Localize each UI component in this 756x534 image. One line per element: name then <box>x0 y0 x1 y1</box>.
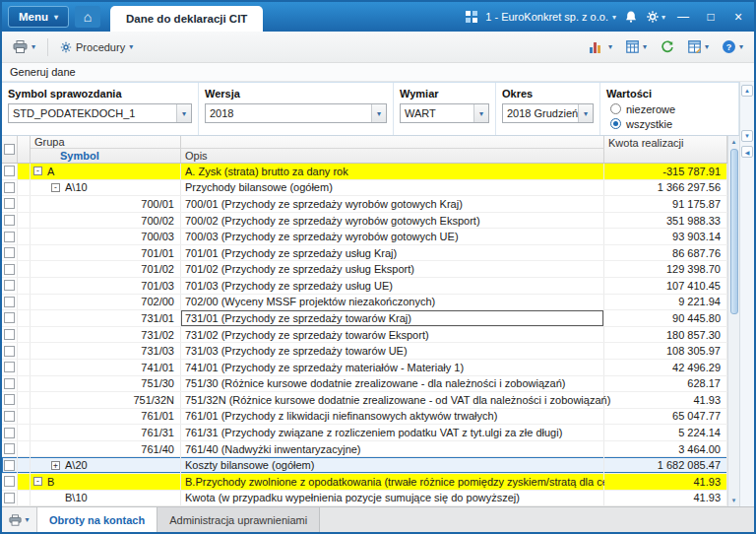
row-checkbox[interactable] <box>4 493 15 503</box>
wersja-select[interactable]: 2018 ▾ <box>205 103 387 123</box>
table-view-button[interactable]: ▾ <box>621 37 652 56</box>
row-checkbox[interactable] <box>4 378 15 389</box>
table-row[interactable]: 761/40761/40 (Nadwyżki inwentaryzacyjne)… <box>2 441 727 458</box>
minimize-button[interactable]: — <box>673 7 693 27</box>
table-row[interactable]: 700/02700/02 (Przychody ze sprzedaży wyr… <box>2 213 727 230</box>
close-button[interactable]: × <box>728 7 748 27</box>
bar-chart-icon <box>590 41 604 53</box>
company-selector[interactable]: 1 - EuroKonkret sp. z o.o. ▾ <box>485 11 616 23</box>
table-row[interactable]: 761/01761/01 (Przychody z likwidacji nie… <box>2 409 727 426</box>
row-checkbox[interactable] <box>4 297 15 307</box>
select-all-checkbox[interactable] <box>4 144 15 155</box>
row-checkbox[interactable] <box>4 362 15 372</box>
apps-grid-dot <box>472 11 477 16</box>
row-checkbox[interactable] <box>4 215 15 226</box>
table-row[interactable]: -A\10Przychody bilansowe (ogółem)1 366 2… <box>2 180 727 197</box>
bottom-tab-bar: ▾ Obroty na kontach Administracja uprawn… <box>2 506 754 532</box>
row-checkbox[interactable] <box>4 198 15 209</box>
table-row[interactable]: 751/30751/30 (Różnice kursowe dodatnie z… <box>2 376 727 393</box>
expand-toggle-icon[interactable]: + <box>51 461 60 470</box>
dropdown-button[interactable]: ▾ <box>473 104 488 122</box>
row-checkbox[interactable] <box>4 443 15 454</box>
row-checkbox[interactable] <box>4 346 15 357</box>
table-row[interactable]: 701/01701/01 (Przychody ze sprzedaży usł… <box>2 245 727 262</box>
row-checkbox[interactable] <box>4 312 15 323</box>
row-checkbox[interactable] <box>4 411 15 422</box>
row-color-marker <box>18 474 31 490</box>
generuj-dane-button[interactable]: Generuj dane <box>10 66 76 78</box>
tab-dane-do-deklaracji-cit[interactable]: Dane do deklaracji CIT <box>110 6 263 32</box>
print-button[interactable]: ▾ <box>8 37 40 56</box>
chart-view-button[interactable]: ▾ <box>585 38 617 56</box>
procedury-button[interactable]: Procedury ▾ <box>55 38 138 56</box>
table-row[interactable]: 701/02701/02 (Przychody ze sprzedaży usł… <box>2 261 727 278</box>
column-header-kwota-realizacji[interactable]: Kwota realizacji <box>604 136 727 163</box>
kwota-cell: 41.93 <box>604 474 727 490</box>
row-checkbox[interactable] <box>4 476 15 487</box>
table-row[interactable]: 741/01741/01 (Przychody ze sprzedaży mat… <box>2 360 727 376</box>
column-band-grupa[interactable]: Grupa <box>31 136 181 149</box>
collapse-toggle-icon[interactable]: - <box>33 167 42 175</box>
dropdown-button[interactable]: ▾ <box>578 104 593 122</box>
row-checkbox[interactable] <box>4 428 15 438</box>
vertical-scrollbar[interactable]: ▲ ▼ <box>727 136 739 506</box>
table-row[interactable]: 731/02731/02 (Przychody ze sprzedaży tow… <box>2 327 727 344</box>
row-checkbox[interactable] <box>4 460 15 471</box>
table-row[interactable]: 761/31761/31 (Przychody związane z rozli… <box>2 425 727 441</box>
menu-button[interactable]: Menu ▾ <box>8 6 69 28</box>
table-row[interactable]: +A\20Koszty bilansowe (ogółem)1 682 085.… <box>2 457 727 474</box>
collapse-left-button[interactable]: ◀ <box>741 146 753 158</box>
table-row[interactable]: B\10Kwota (w przypadku wypełnienia pozyc… <box>2 491 727 507</box>
wymiar-select[interactable]: WART ▾ <box>400 103 489 123</box>
row-checkbox[interactable] <box>4 166 15 176</box>
notifications-button[interactable] <box>624 10 638 24</box>
table-row[interactable]: -AA. Zysk (strata) brutto za dany rok-31… <box>2 164 727 180</box>
row-checkbox[interactable] <box>4 280 15 291</box>
row-checkbox[interactable] <box>4 247 15 258</box>
table-row[interactable]: 731/01731/01 (Przychody ze sprzedaży tow… <box>2 310 727 327</box>
dropdown-button[interactable]: ▾ <box>176 104 191 122</box>
home-button[interactable]: ⌂ <box>75 6 100 28</box>
row-checkbox[interactable] <box>4 264 15 275</box>
okres-select[interactable]: 2018 Grudzień ▾ <box>502 103 594 123</box>
export-view-button[interactable]: ▾ <box>2 507 37 532</box>
scrollbar-thumb[interactable] <box>730 149 738 314</box>
opis-cell: 700/01 (Przychody ze sprzedaży wyrobów g… <box>181 196 604 212</box>
collapse-toggle-icon[interactable]: - <box>33 477 42 486</box>
settings-button[interactable]: ▾ <box>646 10 665 24</box>
table-row[interactable]: 702/00702/00 (Wyceny MSSF projektów niez… <box>2 295 727 311</box>
radio-niezerowe[interactable]: niezerowe <box>606 101 732 116</box>
table-row[interactable]: 701/03701/03 (Przychody ze sprzedaży usł… <box>2 278 727 295</box>
symbol-sprawozdania-select[interactable]: STD_PODATEKDOCH_1 ▾ <box>8 103 192 123</box>
marker-column-header <box>18 136 31 163</box>
column-header-symbol[interactable]: Symbol <box>31 149 181 163</box>
tab-obroty-na-kontach[interactable]: Obroty na kontach <box>37 507 158 532</box>
row-checkbox[interactable] <box>4 232 15 242</box>
collapse-toggle-icon[interactable]: - <box>51 183 60 192</box>
kwota-cell: 91 175.87 <box>604 196 727 212</box>
table-row[interactable]: 751/32N751/32N (Różnice kursowe dodatnie… <box>2 392 727 409</box>
row-checkbox[interactable] <box>4 182 15 193</box>
scroll-up-icon[interactable]: ▲ <box>731 137 737 147</box>
column-header-opis[interactable]: Opis <box>181 149 604 163</box>
table-row[interactable]: 700/01700/01 (Przychody ze sprzedaży wyr… <box>2 196 727 213</box>
table-row[interactable]: 700/03700/03 (Przychody ze sprzedaży wyr… <box>2 229 727 245</box>
refresh-button[interactable] <box>656 37 679 57</box>
table-row[interactable]: -BB.Przychody zwolnione z opodatkowania … <box>2 474 727 491</box>
row-color-marker <box>18 213 31 229</box>
grid-settings-button[interactable]: ▾ <box>683 37 714 56</box>
table-row[interactable]: 731/03731/03 (Przychody ze sprzedaży tow… <box>2 343 727 360</box>
row-checkbox-cell <box>2 245 18 261</box>
radio-wszystkie[interactable]: wszystkie <box>606 116 732 131</box>
symbol-cell: 702/00 <box>31 295 181 310</box>
tab-administracja-uprawnieniami[interactable]: Administracja uprawnieniami <box>158 507 320 532</box>
apps-grid-icon[interactable] <box>466 11 477 23</box>
help-button[interactable]: ? ▾ <box>718 37 748 56</box>
scroll-down-icon[interactable]: ▼ <box>731 496 737 505</box>
row-checkbox[interactable] <box>4 394 15 405</box>
collapse-down-button[interactable]: ▼ <box>741 130 753 142</box>
maximize-button[interactable]: □ <box>701 7 721 27</box>
collapse-up-button[interactable]: ▲ <box>741 85 753 97</box>
row-checkbox[interactable] <box>4 329 15 340</box>
dropdown-button[interactable]: ▾ <box>371 104 386 122</box>
